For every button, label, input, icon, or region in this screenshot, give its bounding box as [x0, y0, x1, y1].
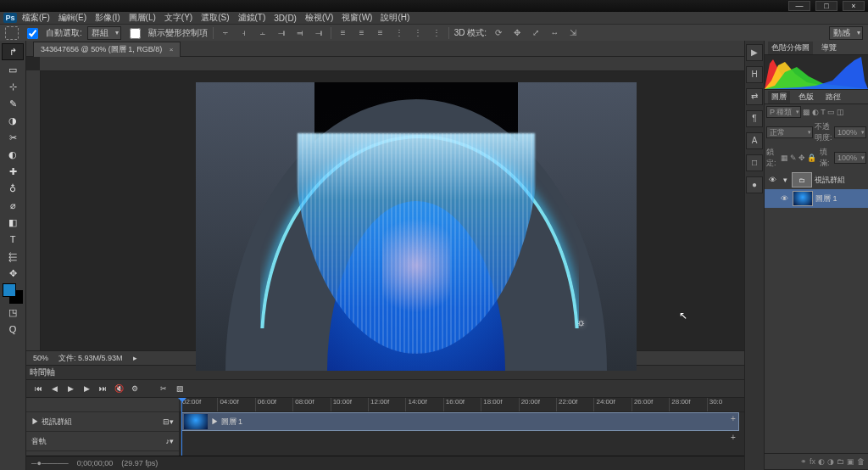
info-arrow-icon[interactable]: ▸ — [133, 354, 137, 362]
group-icon[interactable]: 🗀 — [837, 457, 844, 466]
menu-filter[interactable]: 濾鏡(T) — [235, 12, 270, 24]
swatches-panel-icon[interactable]: □ — [746, 154, 763, 171]
go-first[interactable]: ⏮ — [31, 382, 45, 395]
fill-value[interactable]: 100% — [834, 152, 866, 164]
distribute-icon[interactable]: ≡ — [337, 27, 349, 39]
transition-button[interactable]: ▧ — [173, 382, 186, 395]
menu-layer[interactable]: 圖層(L) — [125, 12, 159, 24]
healing-tool[interactable]: ◐ — [3, 147, 23, 162]
align-top-icon[interactable]: ⫟ — [220, 27, 231, 39]
move-tool[interactable]: ↱ — [2, 43, 24, 60]
eraser-tool[interactable]: ⌀ — [3, 198, 23, 213]
layer-item-1[interactable]: 👁 圖層 1 — [765, 189, 868, 208]
window-close[interactable]: × — [843, 1, 865, 11]
3d-pan-icon[interactable]: ✥ — [511, 27, 523, 39]
zoom-level[interactable]: 50% — [33, 354, 48, 362]
paths-tab[interactable]: 路徑 — [822, 91, 844, 104]
stamp-tool[interactable]: ♁ — [3, 181, 23, 196]
filter-type-icon[interactable]: T — [821, 108, 826, 116]
mask-icon[interactable]: ◐ — [818, 457, 825, 466]
audio-track[interactable]: 音軌 ♪▾ — [26, 432, 179, 451]
distribute-icon[interactable]: ⋮ — [412, 27, 424, 39]
hand-tool[interactable]: ✥ — [3, 266, 23, 281]
histogram-tab[interactable]: 色階分佈圖 — [768, 42, 813, 54]
document-tab[interactable]: 343647656 @ 50% (圖層 1, RGB/8) × — [33, 42, 181, 57]
ruler-horizontal[interactable] — [40, 57, 744, 71]
screenmode-tool[interactable]: Q — [3, 322, 23, 337]
add-audio-track[interactable]: + — [727, 432, 739, 444]
3d-orbit-icon[interactable]: ⟳ — [492, 27, 504, 39]
expand-group-icon[interactable]: ▾ — [781, 176, 789, 184]
new-layer-icon[interactable]: ▣ — [847, 457, 854, 466]
menu-type[interactable]: 文字(Y) — [161, 12, 196, 24]
show-transform-checkbox[interactable] — [130, 28, 141, 39]
menu-edit[interactable]: 編輯(E) — [55, 12, 90, 24]
ruler-vertical[interactable] — [26, 70, 41, 350]
blend-mode-dropdown[interactable]: 正常 — [766, 126, 813, 138]
quickmask-tool[interactable]: ◳ — [3, 305, 23, 320]
filter-smart-icon[interactable]: ◫ — [837, 108, 844, 116]
3d-scale-icon[interactable]: ⇲ — [567, 27, 579, 39]
align-bottom-icon[interactable]: ⫠ — [257, 27, 269, 39]
align-hcenter-icon[interactable]: ⫤ — [294, 27, 306, 39]
menu-help[interactable]: 說明(H) — [377, 12, 413, 24]
workspace-switcher[interactable]: 動感 — [829, 26, 863, 40]
panel-flyout-icon[interactable]: ▶ — [746, 44, 763, 61]
marquee-tool[interactable]: ▭ — [3, 62, 23, 77]
menu-view[interactable]: 檢視(V) — [302, 12, 337, 24]
app-logo[interactable]: Ps — [3, 13, 17, 23]
next-frame[interactable]: ▶ — [80, 382, 93, 395]
wand-tool[interactable]: ✎ — [3, 96, 23, 111]
filter-shape-icon[interactable]: ▭ — [827, 108, 835, 116]
menu-file[interactable]: 檔案(F) — [19, 12, 53, 24]
distribute-icon[interactable]: ≡ — [375, 27, 387, 39]
3d-dolly-icon[interactable]: ⤢ — [530, 27, 542, 39]
layers-tab[interactable]: 圖層 — [768, 91, 790, 104]
crop-tool[interactable]: ◑ — [3, 113, 23, 128]
visibility-icon[interactable]: 👁 — [766, 176, 778, 184]
gradient-tool[interactable]: ◧ — [3, 215, 23, 230]
play-button[interactable]: ▶ — [64, 382, 77, 395]
3d-slide-icon[interactable]: ↔ — [548, 27, 560, 39]
distribute-icon[interactable]: ⋮ — [431, 27, 442, 39]
lock-pixels-icon[interactable]: ✎ — [790, 154, 797, 162]
video-group-track[interactable]: ▶ 視訊群組 ⊟▾ — [26, 412, 179, 432]
link-layers-icon[interactable]: ⚭ — [800, 457, 807, 466]
menu-window[interactable]: 視窗(W) — [338, 12, 376, 24]
align-vcenter-icon[interactable]: ⫞ — [238, 27, 250, 39]
track-menu-icon[interactable]: ⊟▾ — [163, 417, 174, 426]
audio-menu-icon[interactable]: ♪▾ — [166, 437, 175, 445]
document-tab-close[interactable]: × — [170, 46, 174, 53]
mute-button[interactable]: 🔇 — [112, 382, 125, 395]
fx-icon[interactable]: fx — [810, 457, 815, 466]
timeline-ruler[interactable]: 02:00f 04:00f 06:00f 08:00f 10:00f 12:00… — [180, 398, 744, 412]
adjustment-icon[interactable]: ◑ — [827, 457, 834, 466]
lock-all-icon[interactable]: 🔒 — [807, 154, 816, 162]
color-swatches[interactable] — [3, 283, 23, 304]
split-clip[interactable]: ✂ — [157, 382, 170, 395]
opacity-value[interactable]: 100% — [834, 126, 866, 138]
auto-select-checkbox[interactable] — [27, 28, 38, 39]
type-tool[interactable]: T — [3, 232, 23, 247]
window-maximize[interactable]: □ — [815, 1, 837, 11]
lock-position-icon[interactable]: ✥ — [798, 154, 805, 162]
distribute-icon[interactable]: ≡ — [356, 27, 368, 39]
video-clip[interactable]: ▶ 圖層 1 — [181, 412, 739, 431]
zoom-slider[interactable]: ─●───── — [31, 459, 69, 467]
menu-select[interactable]: 選取(S) — [198, 12, 232, 24]
menu-3d[interactable]: 3D(D) — [270, 14, 300, 23]
visibility-icon[interactable]: 👁 — [778, 194, 790, 203]
align-left-icon[interactable]: ⫣ — [275, 27, 287, 39]
layer-filter-dropdown[interactable]: P 種類 — [766, 106, 801, 118]
channels-tab[interactable]: 色版 — [795, 91, 817, 104]
filter-pixel-icon[interactable]: ▩ — [803, 108, 810, 116]
lasso-tool[interactable]: ⊹ — [3, 79, 23, 94]
layer-group-video[interactable]: 👁 ▾ 🗀 視訊群組 — [765, 171, 868, 189]
window-minimize[interactable]: — — [788, 1, 810, 11]
lock-transparency-icon[interactable]: ▦ — [781, 154, 788, 162]
foreground-swatch[interactable] — [3, 283, 16, 297]
filter-adjust-icon[interactable]: ◐ — [812, 108, 819, 116]
history-panel-icon[interactable]: H — [746, 66, 763, 83]
distribute-icon[interactable]: ⋮ — [393, 27, 405, 39]
canvas[interactable]: ☼ — [196, 82, 637, 371]
